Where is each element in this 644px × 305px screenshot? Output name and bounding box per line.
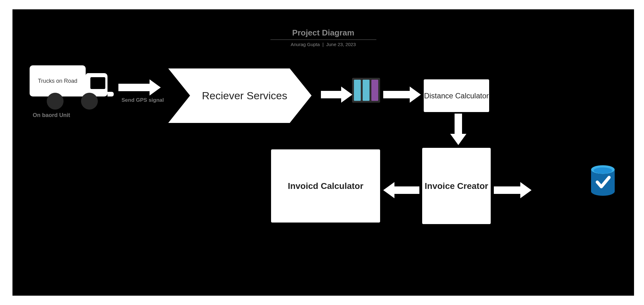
- arrow-gps-label: Send GPS signal: [122, 97, 164, 103]
- arrow-to-distance: [383, 87, 421, 103]
- meta-separator: |: [322, 42, 324, 47]
- arrow-to-bars: [321, 87, 352, 103]
- arrow-gps: [118, 79, 161, 96]
- invoiced-calculator-node: Invoicd Calculator: [271, 149, 380, 223]
- author-label: Anurag Gupta: [291, 42, 320, 47]
- arrow-body: [455, 114, 462, 134]
- arrow-head-icon: [383, 182, 394, 198]
- bar-2: [363, 80, 370, 101]
- arrow-body: [494, 186, 520, 194]
- arrow-body: [321, 91, 341, 98]
- arrow-to-invoice-creator: [450, 114, 466, 145]
- truck-hood: [107, 92, 114, 96]
- database-icon: [590, 165, 615, 196]
- truck-window: [90, 77, 105, 89]
- arrow-body: [383, 91, 410, 98]
- receiver-node: Reciever Services: [168, 68, 312, 123]
- title-divider: [270, 40, 376, 40]
- diagram-canvas: Project Diagram Anurag Gupta | June 23, …: [12, 9, 634, 296]
- arrow-head-icon: [410, 87, 421, 103]
- truck-icon: Trucks on Road: [30, 65, 111, 109]
- invoiced-calc-label: Invoicd Calculator: [288, 181, 364, 191]
- invoice-creator-node: Invoice Creator: [422, 148, 491, 224]
- database-svg-icon: [590, 165, 615, 196]
- arrow-head-icon: [520, 182, 532, 198]
- invoice-creator-label: Invoice Creator: [425, 181, 488, 191]
- arrow-head-icon: [450, 134, 466, 145]
- distance-calculator-node: Distance Calculator: [424, 79, 489, 112]
- svg-point-2: [594, 167, 612, 174]
- truck-wheel-rear: [81, 93, 98, 110]
- truck-wheel-front: [47, 93, 64, 110]
- title-block: Project Diagram Anurag Gupta | June 23, …: [270, 28, 376, 47]
- event-hubs-icon: [352, 78, 380, 103]
- arrow-to-invoiced-calc: [383, 182, 419, 198]
- truck-label: Trucks on Road: [38, 78, 77, 84]
- diagram-meta: Anurag Gupta | June 23, 2023: [270, 42, 376, 47]
- arrow-to-database: [494, 182, 532, 198]
- arrow-body: [394, 186, 419, 194]
- truck-body: Trucks on Road: [30, 65, 86, 96]
- distance-calc-label: Distance Calculator: [424, 92, 489, 100]
- truck-sublabel: On baord Unit: [33, 112, 70, 119]
- bar-3: [371, 80, 378, 101]
- arrow-body: [118, 84, 150, 91]
- arrow-head-icon: [150, 79, 161, 96]
- diagram-title: Project Diagram: [270, 28, 376, 40]
- bar-1: [354, 80, 361, 101]
- arrow-head-icon: [341, 87, 352, 103]
- date-label: June 23, 2023: [326, 42, 356, 47]
- receiver-label: Reciever Services: [168, 68, 312, 123]
